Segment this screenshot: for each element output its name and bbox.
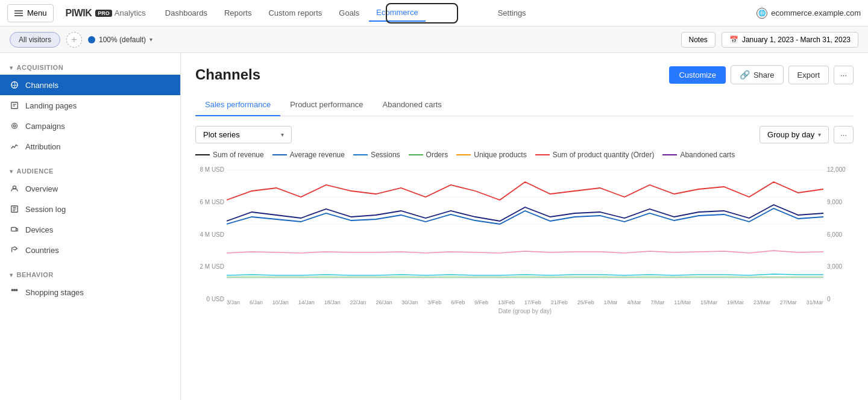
tab-product-performance[interactable]: Product performance [280,94,373,116]
date-range-picker[interactable]: 📅 January 1, 2023 - March 31, 2023 [722,32,858,48]
legend-line-product-quantity [535,154,550,155]
behavior-label: BEHAVIOR [17,271,54,278]
sidebar-item-overview[interactable]: Overview [0,178,180,199]
legend-abandoned-carts: Abandoned carts [662,151,735,159]
campaigns-icon [10,121,19,131]
attribution-label: Attribution [25,142,61,151]
legend-line-sum-revenue [195,154,210,155]
segment-bar: All visitors + 100% (default) ▾ Notes 📅 … [0,27,868,53]
nav-dashboards[interactable]: Dashboards [158,5,215,21]
share-link-icon: 🔗 [740,70,750,80]
top-bar: Menu PIWIK PRO Analytics Dashboards Repo… [0,0,868,27]
y-axis-right: 12,000 9,000 6,000 3,000 0 [823,164,854,314]
legend-line-avg-revenue [272,154,287,155]
group-by-select[interactable]: Group by day ▾ [760,126,829,143]
legend-line-abandoned-carts [662,154,677,155]
overview-icon [10,184,19,193]
legend-line-unique-products [456,154,471,155]
channels-label: Channels [25,81,58,90]
sidebar: ▾ ACQUISITION Channels Landing pages [0,53,181,400]
group-by-chevron: ▾ [818,131,821,138]
sidebar-section-audience: ▾ AUDIENCE Overview Session log Devi [0,159,180,263]
menu-label: Menu [27,8,47,17]
countries-label: Countries [25,246,59,255]
sidebar-item-campaigns[interactable]: Campaigns [0,116,180,136]
session-log-icon [10,204,19,214]
overview-label: Overview [25,184,58,193]
tab-sales-performance[interactable]: Sales performance [195,94,280,116]
legend-product-quantity: Sum of product quantity (Order) [535,151,655,159]
customize-button[interactable]: Customize [669,66,725,84]
section-header-audience[interactable]: ▾ AUDIENCE [0,164,180,178]
segment-all-visitors[interactable]: All visitors [10,32,60,48]
sidebar-item-shopping-stages[interactable]: Shopping stages [0,282,180,302]
export-button[interactable]: Export [788,66,829,84]
chevron-down-icon: ▾ [10,64,13,71]
nav-ecommerce[interactable]: Ecommerce [369,4,425,22]
nav-custom-reports[interactable]: Custom reports [261,5,329,21]
section-header-behavior[interactable]: ▾ BEHAVIOR [0,267,180,282]
section-header-acquisition[interactable]: ▾ ACQUISITION [0,60,180,75]
nav-reports[interactable]: Reports [217,5,259,21]
acquisition-label: ACQUISITION [17,64,64,71]
content-area: Channels Customize 🔗 Share Export ··· Sa… [181,53,868,400]
add-segment-button[interactable]: + [66,32,82,48]
site-selector[interactable]: 🌐 ecommerce.example.com [756,8,861,19]
sidebar-item-devices[interactable]: Devices [0,219,180,240]
legend-sessions: Sessions [353,151,400,159]
page-header: Channels Customize 🔗 Share Export ··· [195,65,854,84]
chevron-down-icon-behavior: ▾ [10,272,13,278]
logo-pro-badge: PRO [95,10,112,17]
svg-rect-15 [16,228,18,231]
svg-rect-4 [11,102,18,109]
nav-settings[interactable]: Settings [491,5,533,21]
globe-icon: 🌐 [756,8,767,19]
svg-point-17 [14,289,16,291]
legend-orders: Orders [409,151,448,159]
plot-series-chevron: ▾ [281,131,284,138]
legend-unique-products: Unique products [456,151,526,159]
menu-button[interactable]: Menu [7,4,54,22]
sidebar-item-attribution[interactable]: Attribution [0,136,180,157]
session-log-label: Session log [25,205,66,214]
chart-controls: Plot series ▾ Group by day ▾ ··· [195,126,854,143]
svg-point-7 [12,123,17,129]
devices-label: Devices [25,225,53,234]
channels-icon [10,80,19,90]
analytics-label: Analytics [115,8,146,17]
countries-icon [10,245,19,255]
legend-avg-revenue: Average revenue [272,151,345,159]
sidebar-item-countries[interactable]: Countries [0,240,180,260]
site-url: ecommerce.example.com [771,8,861,17]
sample-rate[interactable]: 100% (default) ▾ [88,36,153,44]
more-options-button[interactable]: ··· [834,66,854,84]
sidebar-item-session-log[interactable]: Session log [0,199,180,219]
line-avg-revenue [227,205,823,221]
sidebar-section-acquisition: ▾ ACQUISITION Channels Landing pages [0,53,180,159]
shopping-stages-label: Shopping stages [25,288,84,297]
header-actions: Customize 🔗 Share Export ··· [669,65,854,84]
chart-area: 8 M USD 6 M USD 4 M USD 2 M USD 0 USD [195,164,854,314]
calendar-icon: 📅 [729,36,738,44]
sidebar-item-channels[interactable]: Channels [0,75,180,95]
legend-line-sessions [353,154,368,155]
page-title: Channels [195,66,260,83]
shopping-stages-icon [10,287,19,297]
landing-pages-icon [10,101,19,110]
svg-point-18 [16,289,17,291]
x-axis-footer-label: Date (group by day) [227,308,823,314]
share-button[interactable]: 🔗 Share [731,65,784,84]
line-orders [227,274,823,275]
landing-pages-label: Landing pages [25,101,77,110]
svg-rect-14 [11,228,16,231]
tab-abandoned-carts[interactable]: Abandoned carts [373,94,451,116]
plot-series-select[interactable]: Plot series ▾ [195,126,292,143]
notes-button[interactable]: Notes [681,32,715,48]
chart-svg [227,164,823,296]
sidebar-item-landing-pages[interactable]: Landing pages [0,95,180,116]
chart-svg-container: 3/Jan 6/Jan 10/Jan 14/Jan 18/Jan 22/Jan … [227,164,823,314]
nav-goals[interactable]: Goals [332,5,366,21]
chart-more-button[interactable]: ··· [834,126,854,143]
x-axis-labels: 3/Jan 6/Jan 10/Jan 14/Jan 18/Jan 22/Jan … [227,298,823,307]
nav-links: Dashboards Reports Custom reports Goals … [158,3,752,23]
